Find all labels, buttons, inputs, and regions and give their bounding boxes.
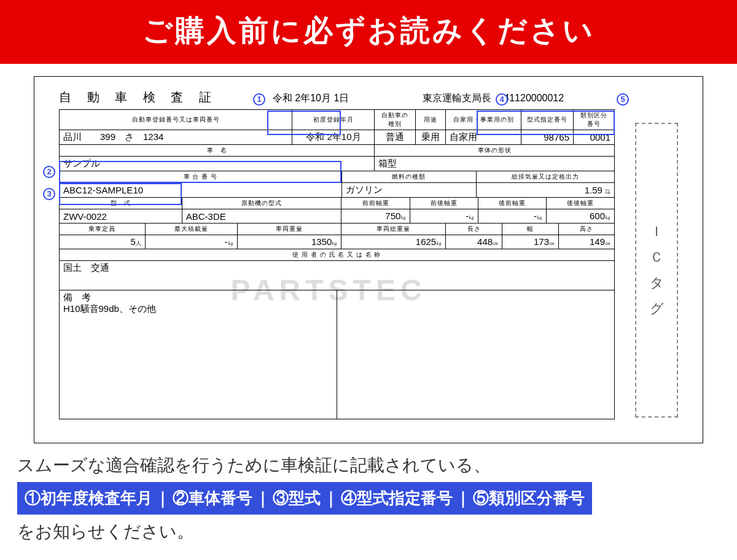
hdr-fr: 前後軸重 bbox=[410, 198, 478, 209]
hdr-priv: 自家用・事業用の別 bbox=[446, 110, 521, 130]
hdr-gvw: 車両総重量 bbox=[341, 224, 446, 235]
val-rr: 600㎏ bbox=[547, 209, 615, 224]
hdr-note: 備 考 bbox=[63, 292, 91, 302]
val-rf: -㎏ bbox=[478, 209, 547, 224]
val-type-num: 98765 bbox=[521, 130, 574, 145]
hdr-car-kind: 自動車の種別 bbox=[375, 110, 416, 130]
ic-tag-area: ＩＣタグ bbox=[635, 123, 678, 418]
hdr-wid: 幅 bbox=[502, 224, 559, 235]
inspection-certificate: PARTSTEC 自 動 車 検 査 証 令和 2年10月 1日 東京運輸支局長… bbox=[34, 76, 703, 443]
val-user: 国土 交通 bbox=[60, 261, 615, 290]
doc-title: 自 動 車 検 査 証 bbox=[59, 89, 217, 106]
certificate-table-5: 使 用 者 の 氏 名 又 は 名 称 国土 交通 bbox=[59, 249, 615, 290]
hdr-use: 用途 bbox=[416, 110, 446, 130]
val-model: ZWV-0022 bbox=[60, 209, 182, 224]
hdr-max: 最大積載量 bbox=[145, 224, 237, 235]
val-first-month: 令和 2年10月 bbox=[292, 130, 375, 145]
certificate-table-4: 乗車定員 最大積載量 車両重量 車両総重量 長さ 幅 高さ 5人 -㎏ 1350… bbox=[59, 223, 615, 249]
val-vw: 1350㎏ bbox=[237, 235, 341, 249]
hdr-car-name: 車 名 bbox=[60, 145, 375, 157]
hdr-vw: 車両重量 bbox=[237, 224, 341, 235]
required-items-band: ①初年度検査年月｜②車体番号｜③型式｜④型式指定番号｜⑤類別区分番号 bbox=[17, 482, 592, 514]
hdr-reg: 自動車登録番号又は車両番号 bbox=[60, 110, 292, 130]
hdr-user: 使 用 者 の 氏 名 又 は 名 称 bbox=[60, 249, 615, 261]
hdr-first-month: 初度登録年月 bbox=[292, 110, 375, 130]
marker-2: 2 bbox=[43, 166, 55, 178]
hdr-disp: 総排気量又は定格出力 bbox=[477, 171, 615, 183]
hdr-rr: 後後軸重 bbox=[547, 198, 615, 209]
val-cap: 5人 bbox=[60, 235, 146, 249]
hdr-class-num: 類別区分番号 bbox=[573, 110, 614, 130]
hdr-engine: 原動機の型式 bbox=[182, 198, 341, 209]
certificate-table: 自動車登録番号又は車両番号 初度登録年月 自動車の種別 用途 自家用・事業用の別… bbox=[59, 109, 615, 171]
val-hei: 149㎝ bbox=[559, 235, 615, 249]
val-reg: 品川 399 さ 1234 bbox=[60, 130, 292, 145]
val-chassis: ABC12-SAMPLE10 bbox=[60, 183, 342, 198]
hdr-fuel: 燃料の種類 bbox=[341, 171, 477, 183]
val-class-num: 0001 bbox=[573, 130, 614, 145]
issuer: 東京運輸支局長 bbox=[423, 92, 491, 105]
hdr-chassis: 車 台 番 号 bbox=[60, 171, 342, 183]
val-fr: -㎏ bbox=[410, 209, 478, 224]
val-note: H10騒音99db、その他 bbox=[63, 303, 156, 314]
hdr-ff: 前前軸重 bbox=[341, 198, 410, 209]
val-engine: ABC-3DE bbox=[182, 209, 341, 224]
instruction-line-3: をお知らせください。 bbox=[17, 518, 720, 545]
hdr-hei: 高さ bbox=[559, 224, 615, 235]
hdr-body-shape: 車体の形状 bbox=[375, 145, 615, 157]
val-gvw: 1625㎏ bbox=[341, 235, 446, 249]
val-car-name: サンプル bbox=[60, 157, 375, 171]
hdr-model: 型 式 bbox=[60, 198, 182, 209]
val-disp: 1.59 ㍑ bbox=[477, 183, 615, 198]
instruction-text: スムーズな適合確認を行うために車検証に記載されている、 ①初年度検査年月｜②車体… bbox=[0, 443, 737, 545]
val-max: -㎏ bbox=[145, 235, 237, 249]
serial: 41120000012 bbox=[504, 93, 564, 104]
hdr-len: 長さ bbox=[446, 224, 502, 235]
marker-5: 5 bbox=[617, 93, 629, 106]
hdr-cap: 乗車定員 bbox=[60, 224, 146, 235]
val-use: 乗用 bbox=[416, 130, 446, 145]
certificate-table-3: 型 式 原動機の型式 前前軸重 前後軸重 後前軸重 後後軸重 ZWV-0022 … bbox=[59, 197, 615, 224]
hdr-rf: 後前軸重 bbox=[478, 198, 547, 209]
warning-banner: ご購入前に必ずお読みください bbox=[0, 0, 737, 64]
marker-1: 1 bbox=[253, 93, 265, 106]
certificate-table-2: 車 台 番 号 燃料の種類 総排気量又は定格出力 ABC12-SAMPLE10 … bbox=[59, 171, 615, 198]
val-len: 448㎝ bbox=[446, 235, 502, 249]
certificate-table-6: 備 考 H10騒音99db、その他 bbox=[59, 290, 615, 419]
val-ff: 750㎏ bbox=[341, 209, 410, 224]
hdr-type-num: 型式指定番号 bbox=[521, 110, 574, 130]
val-wid: 173㎝ bbox=[502, 235, 559, 249]
instruction-line-1: スムーズな適合確認を行うために車検証に記載されている、 bbox=[17, 452, 720, 478]
val-body-shape: 箱型 bbox=[375, 157, 615, 171]
val-priv: 自家用 bbox=[446, 130, 521, 145]
val-car-kind: 普通 bbox=[375, 130, 416, 145]
val-fuel: ガソリン bbox=[341, 183, 477, 198]
marker-4: 4 bbox=[496, 93, 508, 106]
issue-date: 令和 2年10月 1日 bbox=[273, 92, 349, 105]
marker-3: 3 bbox=[43, 188, 55, 200]
